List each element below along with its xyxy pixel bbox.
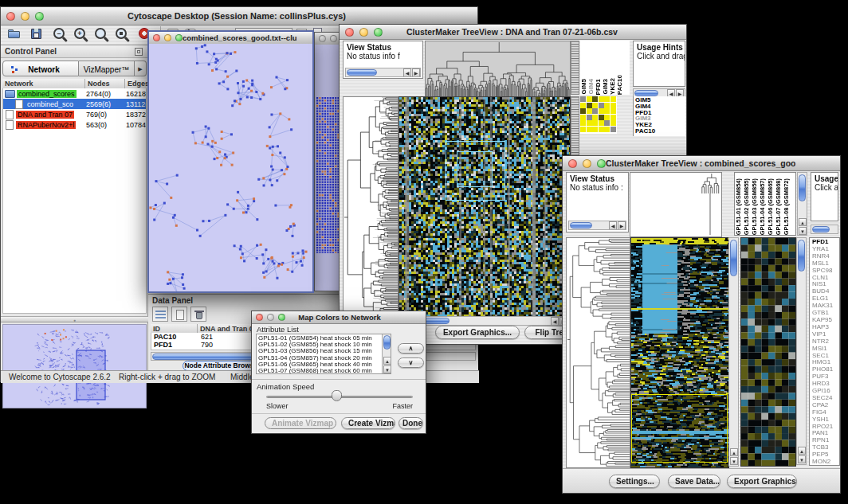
scroll-down-icon[interactable]: ▼ — [798, 455, 806, 463]
network-list-item[interactable]: DNA and Tran 07769(0)183728(0) — [3, 109, 146, 119]
panel-divider-grip[interactable]: ● — [1, 316, 148, 322]
close-button[interactable] — [345, 28, 354, 37]
minimize-button[interactable] — [164, 34, 171, 41]
network-list-item[interactable]: RNAPuberNov2+l563(0)107847(0) — [3, 119, 146, 130]
close-button[interactable] — [568, 159, 577, 168]
zoom-button[interactable] — [374, 28, 383, 37]
network-view-titlebar[interactable]: combined_scores_good.txt--cluste... — [149, 32, 312, 45]
table-mode-icon[interactable] — [152, 307, 168, 322]
delete-attribute-trash-icon[interactable] — [190, 307, 206, 322]
zoom-button[interactable] — [35, 12, 44, 21]
minimize-button[interactable] — [583, 159, 591, 168]
zoom-out-icon[interactable]: – — [52, 27, 66, 41]
attribute-list-vscrollbar[interactable]: ▲ ▼ — [382, 334, 391, 374]
scroll-up-icon[interactable]: ▲ — [730, 448, 738, 456]
treeview-dna-titlebar[interactable]: ClusterMaker TreeView : DNA and Tran 07-… — [340, 25, 686, 40]
matrix-cell — [599, 115, 604, 120]
new-attribute-icon[interactable] — [171, 307, 187, 322]
data-panel-title: Data Panel — [152, 296, 193, 305]
zoom-button[interactable] — [597, 159, 606, 168]
treeview-combined-titlebar[interactable]: ClusterMaker TreeView : combined_scores_… — [563, 156, 840, 171]
column-labels-vscrollbar[interactable]: ▲ ▼ — [797, 172, 807, 236]
network-list-item[interactable]: combined_scores2764(0)16218(0) — [3, 88, 146, 99]
correlation-matrix[interactable] — [580, 96, 617, 134]
close-button[interactable] — [6, 12, 15, 21]
attribute-list-item[interactable]: GPL51-02 (GSM855) heat shock 10 min — [258, 342, 391, 348]
column-dendrogram-canvas[interactable] — [425, 41, 571, 98]
attribute-list-item[interactable]: GPL51-07 (GSM868) heat shock 60 min — [258, 368, 391, 374]
column-header-nodes[interactable]: Nodes — [85, 79, 125, 88]
minimize-button[interactable] — [359, 28, 368, 37]
animate-vizmap-button[interactable]: Animate Vizmap — [265, 417, 336, 429]
heatmap-canvas[interactable] — [630, 237, 729, 468]
zoom-vscrollbar[interactable]: ▲ ▼ — [796, 237, 807, 465]
open-file-icon[interactable] — [7, 27, 22, 41]
scroll-left-icon[interactable]: ◀ — [609, 221, 617, 230]
zoomed-heatmap-canvas[interactable] — [740, 237, 796, 467]
dialog-titlebar[interactable]: Map Colors to Network — [252, 311, 426, 324]
folder-icon — [5, 90, 15, 98]
zoom-button[interactable] — [278, 314, 285, 321]
heatmap-canvas[interactable] — [398, 96, 571, 317]
done-button[interactable]: Done — [398, 417, 423, 429]
scroll-right-icon[interactable]: ▶ — [412, 68, 420, 77]
zoom-fit-icon[interactable] — [93, 27, 108, 41]
move-up-button[interactable]: ∧ — [398, 343, 424, 354]
scroll-left-icon[interactable]: ◀ — [551, 317, 559, 326]
scroll-up-icon[interactable]: ▲ — [383, 357, 391, 365]
main-titlebar[interactable]: Cytoscape Desktop (Session Name: collins… — [1, 7, 477, 25]
tab-vizmapper[interactable]: VizMapper™ — [79, 61, 135, 76]
close-button[interactable] — [153, 34, 160, 41]
column-header-network[interactable]: Network — [2, 79, 85, 88]
view-status-hscrollbar[interactable]: ◀ ▶ — [568, 221, 626, 230]
scroll-up-icon[interactable]: ▲ — [799, 218, 807, 226]
settings-button[interactable]: Settings... — [609, 475, 660, 488]
minimize-button[interactable] — [21, 12, 29, 21]
animation-speed-slider-thumb[interactable] — [332, 390, 342, 401]
close-button[interactable] — [319, 35, 326, 42]
dense-network-grid-canvas[interactable] — [316, 97, 340, 253]
scroll-down-icon[interactable]: ▼ — [383, 365, 391, 373]
heatmap-vscrollbar[interactable]: ▲ ▼ — [728, 237, 739, 467]
network-overview-canvas[interactable] — [3, 325, 146, 408]
column-dendrogram-canvas[interactable] — [630, 172, 722, 237]
file-icon — [15, 100, 23, 109]
move-down-button[interactable]: ∨ — [398, 357, 424, 368]
zoom-button[interactable] — [175, 34, 183, 41]
network-graph-canvas[interactable] — [149, 44, 312, 291]
attribute-listbox[interactable]: GPL51-01 (GSM854) heat shock 05 minGPL51… — [256, 334, 391, 374]
attribute-list-item[interactable]: GPL51-06 (GSM865) heat shock 40 min — [258, 361, 391, 368]
save-icon[interactable] — [29, 27, 44, 41]
tab-overflow-button[interactable]: ▶ — [135, 61, 147, 76]
zoom-in-icon[interactable]: + — [73, 27, 87, 41]
zoom-selected-icon[interactable] — [114, 27, 128, 41]
scroll-up-icon[interactable]: ▲ — [798, 447, 806, 455]
minimize-button[interactable] — [330, 35, 337, 42]
save-data-button[interactable]: Save Data... — [668, 475, 720, 488]
export-graphics-button[interactable]: Export Graphics... — [435, 326, 520, 339]
export-graphics-button[interactable]: Export Graphics... — [727, 475, 797, 488]
tab-network[interactable]: Network — [2, 61, 79, 76]
matrix-cell — [604, 120, 610, 126]
minimize-button[interactable] — [267, 314, 274, 321]
close-button[interactable] — [256, 314, 263, 321]
view-status-hscrollbar[interactable]: ◀ ▶ — [345, 68, 421, 77]
scroll-right-icon[interactable]: ▶ — [618, 221, 626, 230]
network-list-item[interactable]: combined_sco2569(6)13112(15) — [3, 99, 146, 109]
attribute-list-item[interactable]: GPL51-03 (GSM856) heat shock 15 min — [258, 348, 391, 354]
scroll-left-icon[interactable]: ◀ — [403, 68, 411, 77]
scroll-down-icon[interactable]: ▼ — [730, 457, 738, 465]
create-vizmap-button[interactable]: Create Vizmap — [341, 417, 395, 429]
column-header-edges[interactable]: Edges — [125, 79, 147, 88]
float-panel-icon[interactable] — [135, 48, 143, 56]
row-id: PAC10 — [154, 333, 176, 341]
usage-hints-hscrollbar[interactable] — [811, 225, 838, 234]
row-dendrogram-canvas[interactable] — [566, 237, 630, 468]
attribute-list-item[interactable]: GPL51-01 (GSM854) heat shock 05 min — [258, 335, 391, 342]
matrix-cell — [604, 108, 610, 114]
scroll-down-icon[interactable]: ▼ — [799, 227, 807, 235]
row-dendrogram-canvas[interactable] — [343, 96, 398, 317]
gene-label[interactable]: MON2 — [812, 459, 839, 466]
network-overview-panel[interactable] — [2, 324, 147, 408]
attribute-list-item[interactable]: GPL51-04 (GSM857) heat shock 20 min — [258, 355, 391, 361]
